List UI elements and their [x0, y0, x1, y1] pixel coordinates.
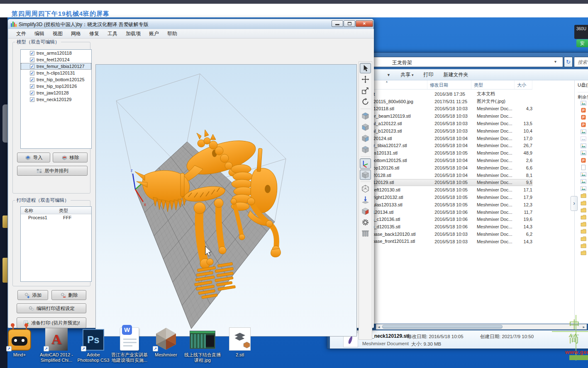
model-checkbox[interactable]: ✓: [30, 64, 34, 69]
process-table[interactable]: 名称类型 Process1FFF: [20, 206, 92, 282]
side-file-icon-folder: [581, 236, 586, 242]
scale-tool[interactable]: [360, 85, 371, 96]
model-label: trex_hip_bottom120125: [37, 77, 85, 82]
machine-settings-gear[interactable]: [360, 217, 371, 228]
view-cube-iso[interactable]: [360, 144, 371, 155]
simplify3d-logo-icon: [11, 21, 17, 27]
refresh-button[interactable]: ↻: [564, 57, 573, 67]
process-column-header[interactable]: 名称: [21, 207, 56, 214]
desktop-icon-mindplus[interactable]: ➚Mind+: [0, 326, 39, 358]
file-size: 10,4: [518, 128, 532, 133]
model-list-item[interactable]: ✓trex_hip_top120126: [21, 83, 91, 90]
model-checkbox[interactable]: ✓: [30, 71, 34, 75]
column-header-大小[interactable]: 大小: [515, 80, 532, 89]
desktop-icon-autocad[interactable]: A➚AutoCAD 2012 -Simplified Chi...: [37, 326, 76, 363]
model-checkbox[interactable]: ✓: [30, 77, 34, 82]
support-drop-tool[interactable]: [360, 195, 371, 205]
chevron-down-icon: ▾: [412, 73, 414, 77]
scroll-right-icon[interactable]: ►: [582, 325, 586, 329]
s3d-titlebar[interactable]: Simplify3D (授权给中国人)by：晓龙汉化翻译 吾爱破解专版 ✕: [8, 19, 373, 29]
cross-section-tool[interactable]: [360, 206, 371, 216]
file-size: 19,6: [518, 217, 532, 222]
column-header-修改日期[interactable]: 修改日期: [427, 80, 471, 89]
model-list-item[interactable]: ✓trex_arms120118: [21, 50, 91, 56]
menu-item-工具[interactable]: 工具: [104, 29, 121, 39]
file-date: 2017/5/31 11:25: [434, 99, 477, 104]
view-cube-front[interactable]: [360, 122, 371, 132]
delete-process-button[interactable]: 删除: [51, 290, 86, 300]
horizontal-scrollbar[interactable]: ◄ ►: [376, 324, 587, 329]
select-tool[interactable]: [360, 63, 371, 73]
model-label: trex_jaw120128: [37, 90, 69, 95]
share-button[interactable]: 共享▾: [397, 70, 417, 80]
rotate-tool[interactable]: [360, 97, 371, 107]
menu-item-文件[interactable]: 文件: [12, 29, 30, 39]
safe-open-button[interactable]: 安: [576, 39, 588, 47]
model-checkbox[interactable]: ✓: [30, 97, 34, 102]
view-cube-top[interactable]: [360, 111, 371, 121]
edit-process-button[interactable]: 编辑打印进程设定: [17, 303, 86, 313]
menu-item-帮助[interactable]: 帮助: [163, 29, 181, 39]
desktop-icon-stl2[interactable]: 2.stl: [220, 326, 260, 358]
file-date: 2016/5/18 10:06: [434, 224, 477, 229]
minimize-button[interactable]: [332, 20, 343, 27]
menu-item-网格[interactable]: 网格: [67, 29, 85, 39]
pane-expander-button[interactable]: ›: [571, 196, 578, 211]
desktop-icon-photoshop[interactable]: Ps➚AdobePhotoshop CS3: [73, 326, 113, 363]
address-dropdown-icon[interactable]: ▾: [554, 59, 556, 64]
process-column-header[interactable]: 类型: [56, 207, 91, 214]
support-pillars-tool[interactable]: [360, 228, 371, 239]
model-checkbox[interactable]: ✓: [30, 58, 34, 62]
model-list-item[interactable]: ✓trex_feet120124: [21, 56, 91, 63]
wireframe-view[interactable]: [360, 184, 371, 194]
scroll-left-icon[interactable]: ◄: [377, 325, 381, 329]
model-list-item[interactable]: ✓trex_femur_tibia120127: [21, 63, 91, 70]
new-folder-button[interactable]: 新建文件夹: [440, 70, 471, 80]
maximize-button[interactable]: [344, 20, 355, 27]
menu-item-加载项[interactable]: 加载项: [122, 29, 144, 39]
menu-item-修复[interactable]: 修复: [85, 29, 103, 39]
side-file-icon-img: [581, 179, 586, 184]
s3d-tool-strip: [359, 61, 372, 340]
desktop-icon-label: AdobePhotoshop CS3: [77, 352, 109, 363]
viewport-3d[interactable]: z x: [95, 64, 357, 337]
remove-button[interactable]: 移除: [53, 153, 88, 162]
model-checkbox[interactable]: ✓: [30, 84, 34, 89]
menu-item-账户[interactable]: 账户: [145, 29, 163, 39]
drive-column-header[interactable]: U盘(E: [578, 82, 588, 88]
search-input[interactable]: 搜索 霸: [574, 57, 588, 67]
move-tool[interactable]: [360, 74, 371, 85]
toolbar-separator: [361, 182, 371, 182]
model-list-item[interactable]: ✓trex_h-clips120131: [21, 70, 91, 76]
import-button[interactable]: 导入: [17, 153, 50, 162]
desktop-icon-photo[interactable]: 线上线下结合直播课程.jpg: [183, 326, 222, 363]
watermark-url: www.gen: [565, 349, 588, 355]
add-process-button[interactable]: 添加: [17, 290, 48, 300]
model-list-item[interactable]: ✓trex_hip_bottom120125: [21, 76, 91, 83]
side-file-icon-doc: [581, 165, 586, 170]
center-arrange-button[interactable]: 居中并排列: [17, 166, 88, 176]
menu-item-视图[interactable]: 视图: [49, 29, 66, 39]
model-list[interactable]: ✓trex_arms120118✓trex_feet120124✓trex_fe…: [20, 49, 92, 149]
model-checkbox[interactable]: ✓: [30, 51, 34, 56]
file-type: Meshmixer Doc...: [477, 150, 518, 155]
column-header-类型[interactable]: 类型: [471, 80, 515, 89]
model-list-item[interactable]: ✓trex_jaw120128: [21, 90, 91, 96]
print-button[interactable]: 打印: [420, 70, 437, 80]
process-row[interactable]: Process1FFF: [21, 214, 91, 221]
view-cube-side[interactable]: [360, 133, 371, 143]
toolbar-more-button[interactable]: ▼: [382, 70, 394, 79]
model-checkbox[interactable]: ✓: [30, 91, 34, 95]
file-type: Meshmixer Doc...: [477, 114, 518, 119]
model-list-item[interactable]: ✓trex_neck120129: [21, 96, 91, 103]
folder-icon: [2, 258, 7, 283]
desktop-icon-worddoc[interactable]: W晋江市产业实训基地建设项目实施...: [110, 326, 149, 363]
desktop-icon-meshmixer[interactable]: ➚Meshmixer: [146, 326, 186, 358]
desktop-icon-label: AutoCAD 2012 -Simplified Chi...: [40, 352, 73, 363]
side-file-icon-ppt: P: [581, 114, 586, 120]
menu-item-编辑[interactable]: 编辑: [31, 29, 48, 39]
scrollbar-thumb[interactable]: [382, 325, 503, 329]
close-button[interactable]: ✕: [356, 20, 373, 27]
coordinate-axes-toggle[interactable]: [360, 158, 371, 169]
solid-view[interactable]: [360, 169, 371, 180]
